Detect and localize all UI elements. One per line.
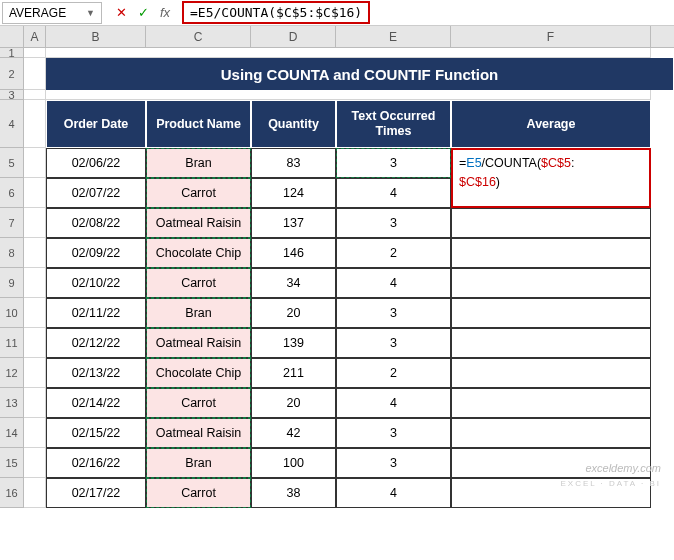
cell-text-occurred[interactable]: 3: [336, 148, 451, 178]
cell-average[interactable]: [451, 298, 651, 328]
cell-product-name[interactable]: Chocolate Chip: [146, 358, 251, 388]
cancel-icon[interactable]: ✕: [112, 5, 130, 20]
cell-product-name[interactable]: Oatmeal Raisin: [146, 208, 251, 238]
row-header[interactable]: 9: [0, 268, 24, 298]
cell-product-name[interactable]: Carrot: [146, 268, 251, 298]
row-header[interactable]: 3: [0, 90, 24, 100]
cell-text-occurred[interactable]: 4: [336, 268, 451, 298]
row-header[interactable]: 13: [0, 388, 24, 418]
row-header[interactable]: 7: [0, 208, 24, 238]
cell-quantity[interactable]: 211: [251, 358, 336, 388]
cell-text-occurred[interactable]: 3: [336, 418, 451, 448]
cell[interactable]: [24, 90, 46, 100]
col-header-a[interactable]: A: [24, 26, 46, 47]
cell-quantity[interactable]: 42: [251, 418, 336, 448]
cell[interactable]: [24, 478, 46, 508]
cell[interactable]: [24, 48, 46, 58]
cell-product-name[interactable]: Carrot: [146, 178, 251, 208]
cell-order-date[interactable]: 02/08/22: [46, 208, 146, 238]
row-header[interactable]: 2: [0, 58, 24, 90]
cell-average[interactable]: [451, 208, 651, 238]
cell-order-date[interactable]: 02/07/22: [46, 178, 146, 208]
cell-product-name[interactable]: Chocolate Chip: [146, 238, 251, 268]
cell-product-name[interactable]: Bran: [146, 448, 251, 478]
cell[interactable]: [24, 208, 46, 238]
row-header[interactable]: 14: [0, 418, 24, 448]
row-header[interactable]: 15: [0, 448, 24, 478]
cell-quantity[interactable]: 139: [251, 328, 336, 358]
cell-product-name[interactable]: Bran: [146, 298, 251, 328]
cell[interactable]: [24, 148, 46, 178]
name-box[interactable]: AVERAGE ▼: [2, 2, 102, 24]
cell[interactable]: [46, 90, 651, 100]
cell-average[interactable]: [451, 328, 651, 358]
cell-order-date[interactable]: 02/11/22: [46, 298, 146, 328]
cell-average[interactable]: [451, 238, 651, 268]
cell-product-name[interactable]: Carrot: [146, 478, 251, 508]
cell-average[interactable]: [451, 418, 651, 448]
cell-quantity[interactable]: 100: [251, 448, 336, 478]
cell[interactable]: [24, 328, 46, 358]
col-header-e[interactable]: E: [336, 26, 451, 47]
cell-average[interactable]: [451, 388, 651, 418]
cell-order-date[interactable]: 02/15/22: [46, 418, 146, 448]
cell-text-occurred[interactable]: 3: [336, 448, 451, 478]
cell-product-name[interactable]: Carrot: [146, 388, 251, 418]
enter-icon[interactable]: ✓: [134, 5, 152, 20]
row-header[interactable]: 1: [0, 48, 24, 58]
cell-order-date[interactable]: 02/16/22: [46, 448, 146, 478]
cell[interactable]: [24, 268, 46, 298]
chevron-down-icon[interactable]: ▼: [86, 8, 95, 18]
cell-order-date[interactable]: 02/06/22: [46, 148, 146, 178]
cells-area[interactable]: Using COUNTA and COUNTIF Function Order …: [24, 48, 673, 508]
cell-product-name[interactable]: Oatmeal Raisin: [146, 328, 251, 358]
col-header-f[interactable]: F: [451, 26, 651, 47]
row-header[interactable]: 5: [0, 148, 24, 178]
col-header-d[interactable]: D: [251, 26, 336, 47]
header-order-date[interactable]: Order Date: [46, 100, 146, 148]
cell-product-name[interactable]: Bran: [146, 148, 251, 178]
cell-text-occurred[interactable]: 4: [336, 178, 451, 208]
cell-average[interactable]: [451, 268, 651, 298]
cell-text-occurred[interactable]: 2: [336, 238, 451, 268]
cell[interactable]: [24, 298, 46, 328]
cell[interactable]: [24, 388, 46, 418]
col-header-b[interactable]: B: [46, 26, 146, 47]
header-product-name[interactable]: Product Name: [146, 100, 251, 148]
cell-quantity[interactable]: 146: [251, 238, 336, 268]
header-average[interactable]: Average: [451, 100, 651, 148]
cell-order-date[interactable]: 02/17/22: [46, 478, 146, 508]
row-header[interactable]: 16: [0, 478, 24, 508]
cell[interactable]: [24, 100, 46, 148]
cell-text-occurred[interactable]: 2: [336, 358, 451, 388]
row-header[interactable]: 10: [0, 298, 24, 328]
cell-text-occurred[interactable]: 3: [336, 208, 451, 238]
title-cell[interactable]: Using COUNTA and COUNTIF Function: [46, 58, 673, 90]
cell-order-date[interactable]: 02/14/22: [46, 388, 146, 418]
cell-quantity[interactable]: 83: [251, 148, 336, 178]
cell-quantity[interactable]: 20: [251, 298, 336, 328]
cell-quantity[interactable]: 34: [251, 268, 336, 298]
row-header[interactable]: 6: [0, 178, 24, 208]
cell-order-date[interactable]: 02/09/22: [46, 238, 146, 268]
cell[interactable]: [24, 178, 46, 208]
header-text-occurred[interactable]: Text Occurred Times: [336, 100, 451, 148]
cell-quantity[interactable]: 20: [251, 388, 336, 418]
header-quantity[interactable]: Quantity: [251, 100, 336, 148]
col-header-c[interactable]: C: [146, 26, 251, 47]
cell-text-occurred[interactable]: 4: [336, 478, 451, 508]
cell[interactable]: [24, 358, 46, 388]
cell-order-date[interactable]: 02/13/22: [46, 358, 146, 388]
cell-quantity[interactable]: 38: [251, 478, 336, 508]
cell-quantity[interactable]: 124: [251, 178, 336, 208]
cell-order-date[interactable]: 02/10/22: [46, 268, 146, 298]
row-header[interactable]: 4: [0, 100, 24, 148]
row-header[interactable]: 8: [0, 238, 24, 268]
cell[interactable]: [24, 448, 46, 478]
cell-order-date[interactable]: 02/12/22: [46, 328, 146, 358]
cell[interactable]: [24, 418, 46, 448]
cell[interactable]: [24, 58, 46, 90]
fx-icon[interactable]: fx: [156, 5, 174, 20]
cell-average[interactable]: [451, 358, 651, 388]
cell-text-occurred[interactable]: 3: [336, 298, 451, 328]
